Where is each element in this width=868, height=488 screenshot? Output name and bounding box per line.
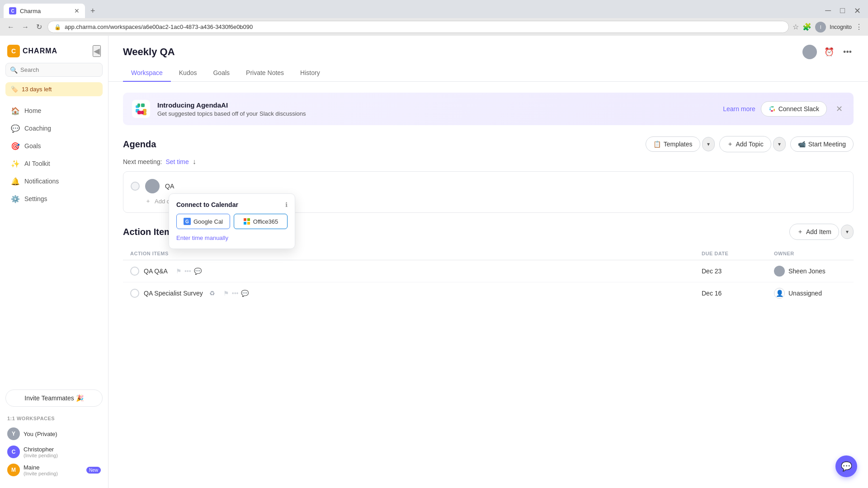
- connect-slack-button[interactable]: Connect Slack: [761, 101, 827, 117]
- tab-history[interactable]: History: [292, 65, 328, 82]
- extensions-icon[interactable]: 🧩: [802, 23, 811, 31]
- flag-icon[interactable]: ⚑: [176, 267, 182, 275]
- add-topic-btn-group: ＋ Add Topic ▾: [719, 136, 786, 152]
- chat-fab-button[interactable]: 💬: [835, 455, 857, 477]
- sidebar-item-home[interactable]: 🏠 Home: [4, 102, 104, 119]
- avatar: M: [7, 464, 20, 476]
- invite-teammates-button[interactable]: Invite Teammates 🎉: [5, 389, 103, 407]
- sidebar-item-ai-toolkit[interactable]: ✨ AI Toolkit: [4, 155, 104, 172]
- row-owner: 👤 Unassigned: [774, 288, 846, 299]
- add-topic-button[interactable]: ＋ Add Topic: [719, 136, 771, 152]
- column-header-action-items: ACTION ITEMS: [130, 251, 702, 256]
- window-close-button[interactable]: ✕: [850, 4, 864, 18]
- sidebar-item-settings[interactable]: ⚙️ Settings: [4, 190, 104, 207]
- add-item-chevron-button[interactable]: ▾: [841, 225, 854, 239]
- tab-favicon: C: [9, 7, 16, 14]
- comment-icon[interactable]: 💬: [241, 290, 249, 297]
- more-icon[interactable]: •••: [184, 267, 191, 275]
- add-topic-chevron-button[interactable]: ▾: [773, 137, 786, 151]
- goals-icon: 🎯: [11, 141, 20, 150]
- address-bar: ← → ↻ 🔒 app.charma.com/workspaces/a6e00a…: [0, 18, 868, 36]
- profile-avatar[interactable]: I: [815, 22, 826, 33]
- sidebar-item-label: Notifications: [24, 178, 59, 185]
- more-icon[interactable]: •••: [232, 290, 239, 297]
- popup-info-icon[interactable]: ℹ: [285, 201, 288, 208]
- avatar: C: [7, 446, 20, 458]
- url-text: app.charma.com/workspaces/a6e00ac2-1ac0-…: [65, 23, 253, 30]
- tab-kudos[interactable]: Kudos: [171, 65, 205, 82]
- google-cal-icon: G: [184, 218, 191, 225]
- active-tab[interactable]: C Charma ✕: [4, 4, 85, 18]
- video-icon: 📹: [798, 141, 806, 148]
- svg-rect-14: [774, 110, 775, 111]
- sidebar-item-goals[interactable]: 🎯 Goals: [4, 137, 104, 155]
- history-icon[interactable]: ⏰: [822, 45, 836, 59]
- sidebar-item-label: Coaching: [24, 125, 51, 132]
- row-action-icons: ⚑ ••• 💬: [176, 267, 202, 275]
- svg-rect-16: [772, 110, 773, 112]
- svg-rect-20: [247, 222, 250, 225]
- bookmark-icon[interactable]: ☆: [793, 23, 799, 31]
- row-checkbox[interactable]: [130, 289, 139, 298]
- window-maximize-button[interactable]: □: [836, 4, 849, 18]
- row-checkbox[interactable]: [130, 267, 139, 276]
- browser-actions: ☆ 🧩 I Incognito ⋮: [793, 22, 863, 33]
- flag-icon[interactable]: ⚑: [223, 290, 229, 297]
- tab-workspace[interactable]: Workspace: [123, 65, 171, 82]
- more-options-button[interactable]: •••: [841, 46, 854, 59]
- chat-fab-icon: 💬: [841, 461, 852, 472]
- add-item-button[interactable]: ＋ Add Item: [789, 224, 839, 240]
- workspace-name: Maine: [24, 464, 58, 471]
- window-minimize-button[interactable]: ─: [821, 4, 835, 18]
- sidebar-item-notifications[interactable]: 🔔 Notifications: [4, 173, 104, 190]
- main-content: Weekly QA ⏰ ••• Workspace Kudos Goals Pr…: [108, 36, 868, 488]
- next-meeting-label: Next meeting:: [123, 158, 162, 165]
- templates-button[interactable]: 📋 Templates: [646, 136, 700, 152]
- learn-more-button[interactable]: Learn more: [723, 105, 755, 113]
- ai-toolkit-icon: ✨: [11, 159, 20, 168]
- url-bar[interactable]: 🔒 app.charma.com/workspaces/a6e00ac2-1ac…: [47, 21, 789, 33]
- workspace-item-maine[interactable]: M Maine (Invite pending) New: [7, 461, 101, 479]
- row-action-icons: ⚑ ••• 💬: [223, 290, 249, 297]
- workspace-item-private[interactable]: Y You (Private): [7, 425, 101, 443]
- office365-label: Office365: [253, 218, 278, 225]
- svg-rect-11: [772, 106, 774, 108]
- google-cal-button[interactable]: G Google Cal: [176, 214, 230, 229]
- sidebar-item-coaching[interactable]: 💬 Coaching: [4, 120, 104, 137]
- back-button[interactable]: ←: [5, 21, 16, 33]
- tab-private-notes[interactable]: Private Notes: [238, 65, 292, 82]
- enter-time-manually-link[interactable]: Enter time manually: [176, 235, 288, 241]
- tab-bar: C Charma ✕ + ─ □ ✕: [0, 0, 868, 18]
- tab-close-button[interactable]: ✕: [74, 7, 80, 14]
- new-tab-button[interactable]: +: [87, 5, 99, 18]
- svg-rect-9: [769, 109, 771, 110]
- office365-button[interactable]: Office365: [234, 214, 288, 229]
- agenda-header: Agenda 📋 Templates ▾ ＋ Add: [123, 136, 854, 152]
- agenda-section-title: Agenda: [123, 139, 156, 150]
- sidebar-item-label: Home: [24, 107, 41, 114]
- svg-rect-17: [244, 218, 246, 221]
- agenda-item-checkbox[interactable]: [131, 182, 140, 191]
- banner-title: Introducing AgendaAI: [157, 101, 716, 109]
- agenda-section: Agenda 📋 Templates ▾ ＋ Add: [123, 136, 854, 213]
- sidebar-collapse-button[interactable]: ◀: [93, 45, 101, 57]
- tab-goals[interactable]: Goals: [205, 65, 238, 82]
- templates-chevron-button[interactable]: ▾: [702, 137, 715, 151]
- workspace-sub: (Invite pending): [24, 453, 58, 458]
- workspace-item-christopher[interactable]: C Christopher (Invite pending): [7, 443, 101, 461]
- settings-icon: ⚙️: [11, 194, 20, 203]
- table-header: ACTION ITEMS DUE DATE OWNER: [123, 247, 854, 260]
- set-time-button[interactable]: Set time: [165, 158, 189, 165]
- comment-icon[interactable]: 💬: [194, 267, 202, 275]
- workspace-section-label: 1:1 Workspaces: [7, 416, 101, 421]
- header-user-avatar[interactable]: [802, 45, 817, 59]
- refresh-button[interactable]: ↻: [34, 21, 44, 33]
- banner-close-button[interactable]: ✕: [834, 102, 844, 116]
- forward-button[interactable]: →: [20, 21, 31, 33]
- start-meeting-button[interactable]: 📹 Start Meeting: [790, 136, 854, 152]
- trial-icon: 🏷️: [11, 86, 18, 93]
- row-owner: Sheen Jones: [774, 266, 846, 277]
- agenda-card: QA ＋ Add c... Connect to Calendar ℹ: [123, 171, 854, 213]
- menu-button[interactable]: ⋮: [855, 23, 863, 31]
- search-input[interactable]: [5, 63, 103, 77]
